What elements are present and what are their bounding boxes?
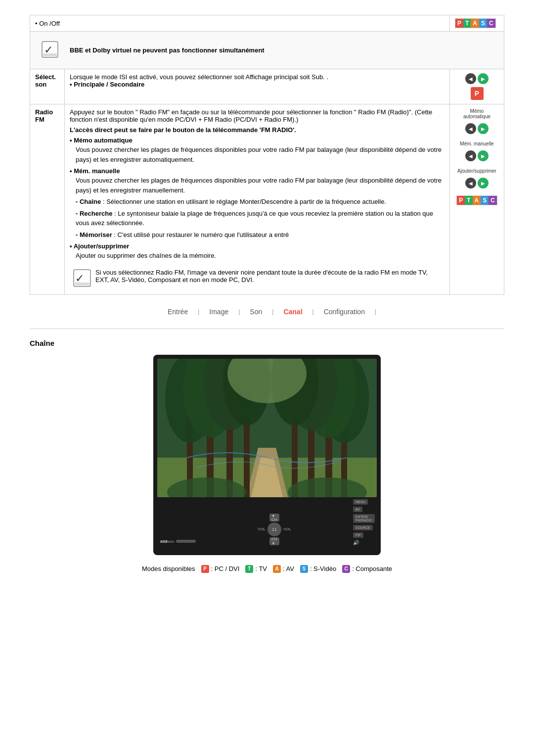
- svg-rect-5: [75, 283, 89, 285]
- radio-bold1-text: L'accès direct peut se faire par le bout…: [70, 126, 296, 134]
- mode-c-badge: C: [342, 565, 350, 573]
- memoriser-text: - Mémoriser : C'est utilisé pour restaur…: [76, 230, 445, 240]
- memo-auto-arrows: ◀ ▶: [465, 123, 489, 134]
- on-off-text: • On /Off: [35, 20, 60, 27]
- warning-checkmark-icon: ✓: [41, 41, 59, 58]
- ch-up-row: ▲CH: [269, 514, 279, 521]
- chaine-section: Chaîne: [30, 339, 504, 573]
- mode-p-text: : PC / DVI: [211, 565, 240, 572]
- warning-row: ✓ BBE et Dolby virtuel ne peuvent pas fo…: [30, 32, 504, 69]
- page-container: • On /Off P T A S C: [0, 0, 534, 588]
- select-content-text: Lorsque le mode ISI est activé, vous pou…: [70, 73, 328, 81]
- main-table: • On /Off P T A S C: [30, 15, 504, 295]
- radio-label1: Radio: [35, 108, 53, 116]
- pip-btn[interactable]: PIP: [353, 532, 363, 538]
- radio-fm-label: Radio FM: [30, 104, 65, 295]
- on-off-badge-cell: P T A S C: [450, 15, 504, 32]
- ajouter-arrow-left: ◀: [465, 178, 476, 189]
- radio-note-box: ✓ Si vous sélectionnez Radio FM, l'image…: [70, 266, 445, 290]
- radio-ptasc: P T A S C: [456, 195, 497, 205]
- badge-a: A: [471, 19, 479, 28]
- on-off-row: • On /Off P T A S C: [30, 15, 504, 32]
- nav-image[interactable]: Image: [199, 305, 238, 319]
- av-btn[interactable]: AV: [353, 507, 362, 512]
- select-label1: Sélect.: [35, 73, 56, 81]
- mode-c-text: : Composante: [352, 565, 392, 572]
- ajouter-icon-label: Ajouter/supprimer: [457, 168, 496, 174]
- ch-up-btn[interactable]: ▲CH: [269, 514, 279, 521]
- nav-son[interactable]: Son: [240, 305, 272, 319]
- mem-manuelle-arrows: ◀ ▶: [465, 150, 489, 161]
- badge-c: C: [487, 19, 495, 28]
- ch-down-btn[interactable]: CH▼: [269, 537, 279, 545]
- warning-text: BBE et Dolby virtuel ne peuvent pas fonc…: [70, 47, 265, 54]
- vol-left-label: VOL: [258, 527, 266, 531]
- tv-right-buttons: MENU AV ENTER/FM/RADIO SOURCE PIP 🔊: [353, 499, 375, 545]
- tv-bar-indicator: [176, 540, 196, 543]
- nav-entree[interactable]: Entrée: [158, 305, 198, 319]
- radio-intro: Appuyez sur le bouton " Radio FM" en faç…: [70, 108, 445, 123]
- radio-badge-c: C: [489, 196, 497, 205]
- ajouter-arrow-right: ▶: [478, 178, 489, 189]
- note-icon: ✓: [73, 269, 91, 287]
- badge-s: S: [479, 19, 487, 28]
- arrow-right-icon: ▶: [478, 73, 489, 84]
- nav-bar: Entrée | Image | Son | Canal | Configura…: [30, 295, 504, 324]
- radio-fm-icons: Mémoautomatique ◀ ▶ Mém. manuelle ◀ ▶ Aj…: [450, 104, 504, 295]
- vol-btn[interactable]: 11: [267, 522, 281, 536]
- svg-text:DIGITAL: DIGITAL: [166, 540, 174, 543]
- modes-bar: Modes disponibles P : PC / DVI T : TV A …: [30, 565, 504, 573]
- select-son-content: Lorsque le mode ISI est activé, vous pou…: [65, 69, 450, 104]
- source-btn[interactable]: SOURCE: [353, 525, 373, 530]
- menu-btn[interactable]: MENU: [353, 499, 368, 505]
- mem-arrow-right: ▶: [478, 150, 489, 161]
- tv-screen: [157, 359, 377, 497]
- radio-icons-col: Mémoautomatique ◀ ▶ Mém. manuelle ◀ ▶ Aj…: [455, 108, 499, 205]
- ajouter-arrows: ◀ ▶: [465, 178, 489, 189]
- nav-sep-5: |: [375, 308, 376, 315]
- mode-tv: T : TV: [245, 565, 267, 573]
- mode-s-text: : S-Vidéo: [310, 565, 336, 572]
- chaine-title: Chaîne: [30, 339, 504, 347]
- enter-fm-btn[interactable]: ENTER/FM/RADIO: [353, 514, 375, 523]
- p-icon: P: [471, 87, 484, 100]
- radio-fm-row: Radio FM Appuyez sur le bouton " Radio F…: [30, 104, 504, 295]
- memo-arrow-left: ◀: [465, 123, 476, 134]
- bbe-logo-icon: BBE DIGITAL: [159, 537, 174, 545]
- select-son-row: Sélect. son Lorsque le mode ISI est acti…: [30, 69, 504, 104]
- mode-svideo: S : S-Vidéo: [300, 565, 336, 573]
- mode-s-badge: S: [300, 565, 308, 573]
- mode-t-badge: T: [245, 565, 253, 573]
- memo-auto-title: • Mémo automatique: [70, 137, 445, 144]
- nav-canal[interactable]: Canal: [273, 305, 312, 319]
- radio-note-text: Si vous sélectionnez Radio FM, l'image v…: [95, 269, 442, 284]
- badge-p: P: [455, 19, 463, 28]
- select-bullet: • Principale / Secondaire: [70, 81, 144, 88]
- mem-manuelle-title: • Mém. manuelle: [70, 167, 445, 175]
- radio-intro-text: Appuyez sur le bouton " Radio FM" en faç…: [70, 108, 432, 123]
- mem-manuelle-text: Vous pouvez chercher les plages de fréqu…: [76, 176, 445, 195]
- ajouter-title: • Ajouter/supprimer: [70, 242, 445, 250]
- divider: [30, 329, 504, 329]
- nav-configuration[interactable]: Configuration: [314, 305, 375, 319]
- chaine-text: - Chaîne : Sélectionner une station en u…: [76, 197, 445, 207]
- tv-controls-center: ▲CH VOL 11 VOL CH▼: [258, 514, 291, 545]
- on-off-label: • On /Off: [30, 15, 450, 32]
- warning-cell: ✓ BBE et Dolby virtuel ne peuvent pas fo…: [30, 32, 504, 69]
- mem-arrow-left: ◀: [465, 150, 476, 161]
- ch-down-text: CH▼: [271, 537, 277, 546]
- ch-up-text: ▲CH: [271, 513, 277, 522]
- select-son-label: Sélect. son: [30, 69, 65, 104]
- mem-manuelle-icon-label: Mém. manuelle: [460, 141, 493, 146]
- radio-badge-s: S: [481, 196, 489, 205]
- radio-bold1: L'accès direct peut se faire par le bout…: [70, 126, 445, 134]
- radio-badge-a: A: [473, 196, 481, 205]
- tv-frame: BBE DIGITAL ▲CH VOL: [153, 355, 381, 555]
- tv-screen-svg: [157, 359, 377, 497]
- vol-right-label: VOL: [283, 527, 291, 531]
- radio-fm-content: Appuyez sur le bouton " Radio FM" en faç…: [65, 104, 450, 295]
- ch-down-row: CH▼: [269, 537, 279, 545]
- memo-auto-icon-label: Mémoautomatique: [463, 108, 490, 119]
- arrow-left-icon: ◀: [465, 73, 476, 84]
- tv-container: BBE DIGITAL ▲CH VOL: [30, 355, 504, 555]
